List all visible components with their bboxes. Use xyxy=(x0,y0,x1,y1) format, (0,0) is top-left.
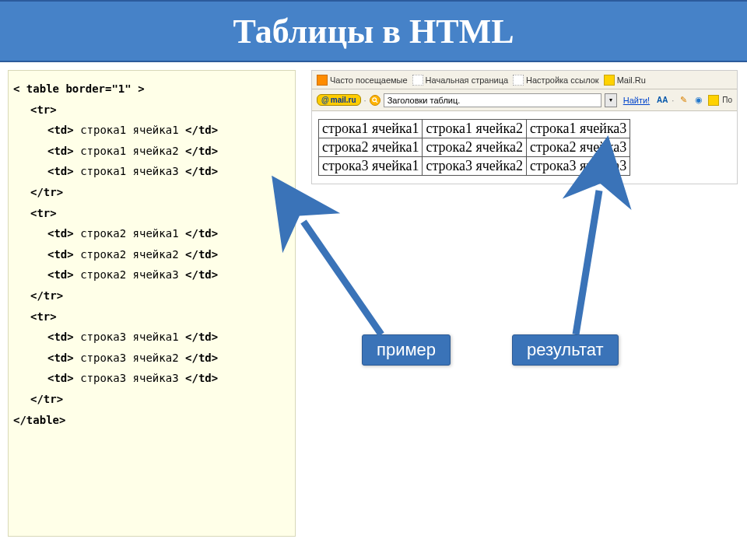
separator: · xyxy=(672,96,674,105)
code-td-open: <td> xyxy=(47,331,74,343)
code-td-open: <td> xyxy=(47,352,74,364)
code-td-close: </td> xyxy=(185,248,218,261)
code-td-close: </td> xyxy=(185,352,218,364)
code-cell: строка3 ячейка3 xyxy=(80,372,178,384)
table-cell: строка2 ячейка2 xyxy=(423,138,526,157)
code-cell: строка1 ячейка1 xyxy=(80,124,178,136)
code-td-open: <td> xyxy=(47,372,74,384)
code-example-panel: < table border="1" > <tr> <td> строка1 я… xyxy=(8,70,296,537)
code-tr-close-2: </tr> xyxy=(30,289,63,302)
table-row: строка2 ячейка1 строка2 ячейка2 строка2 … xyxy=(319,138,630,157)
code-cell: строка2 ячейка1 xyxy=(80,227,178,240)
code-td-open: <td> xyxy=(47,227,74,240)
mailru-logo[interactable]: @mail.ru xyxy=(317,94,361,106)
font-size-icon[interactable]: AA xyxy=(656,94,668,107)
arrow-example xyxy=(303,222,381,334)
find-button[interactable]: Найти! xyxy=(623,96,650,105)
code-cell: строка3 ячейка1 xyxy=(80,331,178,343)
code-cell: строка3 ячейка2 xyxy=(80,352,178,364)
code-cell: строка2 ячейка2 xyxy=(80,248,178,261)
at-icon: @ xyxy=(321,96,329,104)
search-input[interactable] xyxy=(384,93,601,107)
po-label: По xyxy=(722,96,732,104)
bookmark-label: Часто посещаемые xyxy=(330,75,408,85)
code-tr-open-2: <tr> xyxy=(30,207,57,219)
table-cell: строка1 ячейка1 xyxy=(319,120,423,138)
label-example: пример xyxy=(362,334,451,366)
slide-title-bar: Таблицы в HTML xyxy=(0,0,747,62)
code-td-open: <td> xyxy=(47,145,74,157)
separator: · xyxy=(364,96,366,105)
mail-icon xyxy=(604,75,615,86)
code-td-close: </td> xyxy=(185,268,218,281)
table-row: строка3 ячейка1 строка3 ячейка2 строка3 … xyxy=(319,157,630,176)
bookmark-label: Mail.Ru xyxy=(617,75,646,85)
code-cell: строка1 ячейка3 xyxy=(80,165,178,177)
table-cell: строка3 ячейка3 xyxy=(526,157,630,176)
logo-text: mail.ru xyxy=(331,96,356,104)
code-cell: строка1 ячейка2 xyxy=(80,145,178,157)
slide-content: < table border="1" > <tr> <td> строка1 я… xyxy=(0,62,747,560)
code-table-open: < table border="1" > xyxy=(13,82,145,95)
slide-title: Таблицы в HTML xyxy=(233,12,514,51)
arrow-result xyxy=(576,191,599,334)
code-td-open: <td> xyxy=(47,165,74,177)
code-td-close: </td> xyxy=(185,145,218,157)
code-td-close: </td> xyxy=(185,372,218,384)
table-cell: строка1 ячейка3 xyxy=(526,120,630,138)
browser-viewport: строка1 ячейка1 строка1 ячейка2 строка1 … xyxy=(312,111,737,184)
search-toolbar: @mail.ru · ▾ Найти! AA · ✎ ◉ По xyxy=(312,89,737,111)
code-td-open: <td> xyxy=(47,124,74,136)
globe-icon[interactable]: ◉ xyxy=(693,94,705,107)
code-tr-close-1: </tr> xyxy=(30,186,63,198)
table-cell: строка3 ячейка1 xyxy=(319,157,423,176)
bookmark-label: Настройка ссылок xyxy=(526,75,599,85)
code-tr-close-3: </tr> xyxy=(30,393,63,405)
table-row: строка1 ячейка1 строка1 ячейка2 строка1 … xyxy=(319,120,630,138)
dropdown-button[interactable]: ▾ xyxy=(605,93,617,107)
code-tr-open-3: <tr> xyxy=(30,310,57,323)
table-cell: строка1 ячейка2 xyxy=(423,120,526,138)
page-icon xyxy=(513,75,524,86)
code-td-close: </td> xyxy=(185,227,218,240)
browser-mock: Часто посещаемые Начальная страница Наст… xyxy=(311,70,738,184)
pencil-icon[interactable]: ✎ xyxy=(677,94,689,107)
bookmark-links[interactable]: Настройка ссылок xyxy=(513,75,599,86)
page-icon xyxy=(412,75,423,86)
bookmark-mailru[interactable]: Mail.Ru xyxy=(604,75,646,86)
label-result: результат xyxy=(512,334,619,366)
table-cell: строка2 ячейка1 xyxy=(319,138,423,157)
bookmark-frequent[interactable]: Часто посещаемые xyxy=(317,75,408,86)
code-td-open: <td> xyxy=(47,248,74,261)
table-cell: строка3 ячейка2 xyxy=(423,157,526,176)
code-td-open: <td> xyxy=(47,268,74,281)
table-cell: строка2 ячейка3 xyxy=(526,138,630,157)
svg-line-1 xyxy=(375,100,377,102)
code-tr-open-1: <tr> xyxy=(30,103,57,116)
code-td-close: </td> xyxy=(185,165,218,177)
code-td-close: </td> xyxy=(185,124,218,136)
code-table-close: </table> xyxy=(13,414,65,426)
bookmark-label: Начальная страница xyxy=(426,75,508,85)
code-cell: строка2 ячейка3 xyxy=(80,268,178,281)
search-icon[interactable] xyxy=(370,95,381,106)
result-table: строка1 ячейка1 строка1 ячейка2 строка1 … xyxy=(318,119,630,176)
mail-icon[interactable] xyxy=(708,95,719,106)
code-td-close: </td> xyxy=(185,331,218,343)
rss-icon xyxy=(317,75,328,86)
bookmark-home[interactable]: Начальная страница xyxy=(412,75,508,86)
bookmark-bar: Часто посещаемые Начальная страница Наст… xyxy=(312,71,737,89)
